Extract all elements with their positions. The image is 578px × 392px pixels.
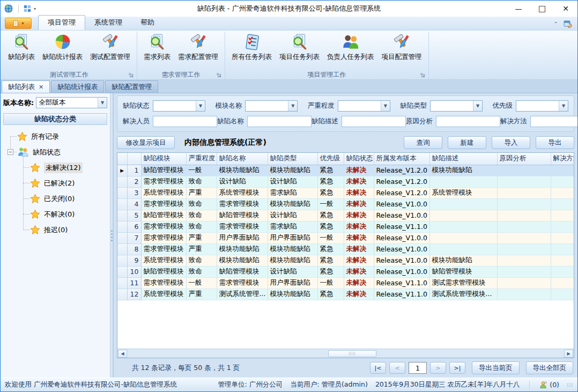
column-header[interactable]: 严重程度: [186, 153, 217, 165]
tab-project-management[interactable]: 项目管理: [38, 15, 85, 30]
ribbon-button-project-config[interactable]: 项目配置管理: [379, 32, 425, 62]
table-row[interactable]: 8需求管理模块严重模块功能缺陷模块功能缺陷紧急未解决Release_V1.0.0: [117, 243, 574, 255]
column-header[interactable]: 解决方法: [551, 153, 574, 165]
filter-module-name-select[interactable]: ▼: [245, 100, 298, 112]
resize-grip-icon[interactable]: [567, 383, 573, 387]
quick-access-dropdown-icon[interactable]: ▾: [34, 6, 36, 11]
ribbon-button-all-tasks[interactable]: 所有任务列表: [228, 32, 275, 62]
ribbon-button-project-tasks[interactable]: 项目任务列表: [276, 32, 323, 62]
table-cell: 严重: [186, 232, 217, 243]
table-cell: 未解决: [344, 165, 374, 176]
table-row[interactable]: 6需求管理模块致命需求管理模块需求缺陷紧急未解决Release_V1.1.0: [117, 221, 574, 232]
scroll-left-icon[interactable]: ◀: [118, 350, 127, 358]
window-layout-icon[interactable]: [24, 5, 31, 12]
tree-item-all-records[interactable]: 所有记录: [3, 129, 107, 144]
version-select[interactable]: 全部版本 ▼: [36, 97, 107, 108]
next-page-button[interactable]: >: [430, 362, 446, 374]
ribbon-button-test-config[interactable]: 测试配置管理: [87, 32, 134, 62]
table-row[interactable]: ▶ 1缺陷管理模块一般模块功能缺陷模块功能缺陷紧急未解决Release_V1.2…: [117, 165, 574, 176]
tree-item-wont-fix[interactable]: 不解决(0): [3, 206, 107, 222]
table-row[interactable]: 10缺陷管理模块致命缺陷管理模块设计缺陷紧急未解决Release_V1.0.0缺…: [117, 266, 574, 277]
table-row[interactable]: 7需求管理模块严重用户界面缺陷用户界面缺陷一般未解决Release_V1.0.0: [117, 232, 574, 243]
table-cell: [497, 176, 551, 187]
prev-page-button[interactable]: <: [389, 362, 405, 374]
page-number-input[interactable]: [409, 362, 427, 374]
tab-help[interactable]: 帮助: [131, 16, 164, 30]
scrollbar-thumb[interactable]: ||||: [328, 350, 376, 357]
table-row[interactable]: 4需求管理模块致命需求管理模块模块功能缺陷一般未解决Release_V1.0.0: [117, 198, 574, 210]
online-users[interactable]: (0): [539, 381, 559, 389]
chevron-down-icon[interactable]: ▼: [288, 101, 297, 111]
table-row[interactable]: 12系统管理模块严重测试系统管理...模块功能缺陷紧急未解决Release_V1…: [117, 289, 574, 300]
tree-item-label: 不解决(0): [44, 210, 75, 219]
application-menu-button[interactable]: ▾: [5, 18, 32, 29]
export-all-pages-button[interactable]: 导出全部页: [526, 361, 574, 374]
minimize-icon[interactable]: —: [507, 1, 530, 17]
ribbon-button-defect-list[interactable]: 缺陷列表: [5, 32, 38, 62]
help-style-icon[interactable]: [564, 19, 572, 28]
table-row[interactable]: 3系统管理模块严重系统管理模块需求缺陷紧急未解决Release_V1.2.0系统…: [117, 187, 574, 198]
chevron-down-icon[interactable]: ▼: [473, 101, 482, 111]
column-header[interactable]: 缺陷模块: [141, 153, 186, 165]
scroll-right-icon[interactable]: ▶: [564, 350, 573, 358]
filter-defect-status-select[interactable]: ▼: [153, 100, 205, 112]
ribbon-button-owner-tasks[interactable]: 负责人任务列表: [324, 32, 377, 62]
filter-resolver-input[interactable]: [153, 116, 217, 127]
horizontal-scrollbar[interactable]: ◀ |||| ▶: [117, 349, 574, 358]
doc-tab-defect-config[interactable]: 缺陷配置管理: [105, 80, 158, 93]
close-icon[interactable]: ✕: [554, 1, 577, 17]
column-header[interactable]: 缺陷名称: [217, 153, 268, 165]
chevron-down-icon[interactable]: ▼: [196, 101, 205, 111]
table-cell: [429, 176, 497, 187]
column-header[interactable]: 优先级: [317, 153, 344, 165]
column-header[interactable]: 缺陷类型: [268, 153, 317, 165]
table-row[interactable]: 2需求管理模块致命设计缺陷设计缺陷紧急未解决Release_V1.2.0: [117, 176, 574, 187]
column-header[interactable]: 原因分析: [497, 153, 551, 165]
filter-cause-analysis-input[interactable]: [436, 116, 500, 127]
column-header[interactable]: 所属发布版本: [374, 153, 429, 165]
ribbon-button-requirement-list[interactable]: 需求列表: [140, 32, 174, 62]
doc-tab-defect-stats-report[interactable]: 缺陷统计报表: [51, 80, 104, 93]
sidebar-splitter[interactable]: [110, 93, 114, 378]
table-cell: [551, 243, 574, 255]
modify-display-items-button[interactable]: 修改显示项目: [117, 136, 175, 149]
export-current-page-button[interactable]: 导出当前页: [472, 361, 520, 374]
collapse-ribbon-icon[interactable]: ⌃: [554, 21, 558, 27]
import-button[interactable]: 导入: [492, 136, 530, 149]
close-tab-icon[interactable]: ✕: [39, 84, 43, 91]
doc-tab-defect-list[interactable]: 缺陷列表 ✕: [2, 80, 50, 93]
new-button[interactable]: 新建: [448, 136, 486, 149]
dialog-launcher-icon[interactable]: [129, 73, 134, 78]
chevron-down-icon[interactable]: ▼: [381, 101, 390, 111]
maximize-icon[interactable]: □: [530, 1, 554, 17]
dialog-launcher-icon[interactable]: [420, 73, 425, 78]
tree-item-defect-status[interactable]: − 缺陷状态: [3, 144, 107, 160]
filter-severity-select[interactable]: ▼: [338, 100, 390, 112]
column-header[interactable]: 缺陷描述: [429, 153, 497, 165]
chevron-down-icon[interactable]: ▼: [559, 101, 568, 111]
ribbon-button-defect-stats-report[interactable]: 缺陷统计报表: [39, 32, 86, 62]
ribbon-button-requirement-config[interactable]: 需求配置管理: [175, 32, 221, 62]
dialog-launcher-icon[interactable]: [217, 73, 221, 78]
filter-defect-desc-input[interactable]: [342, 116, 406, 127]
table-row[interactable]: 9系统管理模块致命模块功能缺陷模块功能缺陷紧急未解决Release_V1.0.0…: [117, 255, 574, 266]
collapse-node-icon[interactable]: −: [8, 149, 13, 155]
table-row[interactable]: 5缺陷管理模块致命缺陷管理模块设计缺陷紧急未解决Release_V1.0.0: [117, 210, 574, 221]
ribbon-button-requirement-config-icon: [189, 33, 208, 51]
filter-solution-input[interactable]: [530, 116, 578, 127]
filter-defect-type-select[interactable]: ▼: [430, 100, 483, 112]
chevron-down-icon[interactable]: ▼: [98, 98, 107, 108]
column-header[interactable]: 缺陷状态: [344, 153, 374, 165]
filter-defect-name-input[interactable]: [247, 116, 312, 127]
tree-item-unresolved[interactable]: 未解决(12): [3, 160, 107, 175]
tab-system-management[interactable]: 系统管理: [85, 16, 131, 30]
query-button[interactable]: 查询: [404, 136, 442, 149]
tree-item-closed[interactable]: 已关闭(0): [3, 191, 107, 206]
filter-priority-select[interactable]: ▼: [516, 100, 568, 112]
table-row[interactable]: 11需求管理模块一般需求管理模块用户界面缺陷一般未解决Release_V1.1.…: [117, 277, 574, 289]
tree-item-resolved[interactable]: 已解决(2): [3, 175, 107, 191]
last-page-button[interactable]: >|: [449, 362, 465, 374]
tree-item-postponed[interactable]: 推迟(0): [3, 222, 107, 238]
export-button[interactable]: 导出: [536, 136, 574, 149]
first-page-button[interactable]: |<: [370, 362, 386, 374]
